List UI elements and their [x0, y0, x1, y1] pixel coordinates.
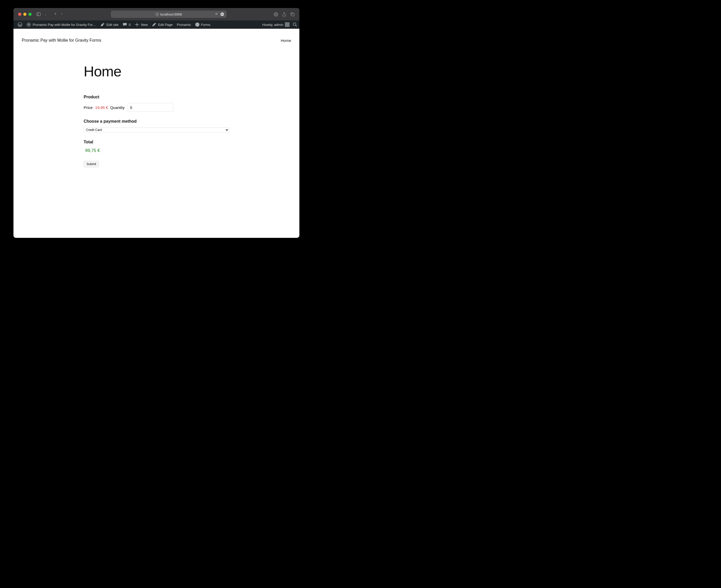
- reader-icon[interactable]: •••: [220, 13, 224, 16]
- wp-logo[interactable]: [16, 20, 24, 29]
- chevron-down-icon[interactable]: ⌄: [43, 12, 48, 17]
- wp-pronamic[interactable]: Pronamic: [175, 20, 193, 29]
- submit-button[interactable]: Submit: [84, 161, 99, 167]
- svg-line-14: [296, 25, 297, 27]
- wp-edit-page[interactable]: Edit Page: [150, 20, 175, 29]
- svg-rect-12: [196, 25, 198, 26]
- wp-edit-page-text: Edit Page: [158, 23, 173, 27]
- wp-forms-text: Forms: [201, 23, 211, 27]
- avatar-icon: [285, 22, 289, 27]
- browser-window: ⌄ localhost:8888 •••: [14, 8, 299, 238]
- wp-edit-site-text: Edit site: [106, 23, 118, 27]
- quantity-label: Quantity: [110, 105, 124, 110]
- payment-method-select[interactable]: Credit Card: [84, 127, 229, 132]
- price-row: Price: 19,95 € Quantity: [84, 103, 229, 112]
- svg-point-2: [275, 14, 276, 15]
- sidebar-toggle-icon[interactable]: [36, 12, 41, 17]
- window-controls: [18, 13, 32, 16]
- wp-site-name-text: Pronamic Pay with Mollie for Gravity For…: [33, 23, 96, 27]
- page-title: Home: [84, 63, 229, 80]
- wp-new-text: New: [141, 23, 147, 27]
- wp-howdy[interactable]: Howdy, admin: [260, 22, 291, 27]
- wp-forms[interactable]: Forms: [193, 20, 213, 29]
- total-label: Total: [84, 140, 229, 144]
- page-content: Pronamic Pay with Mollie for Gravity For…: [14, 29, 299, 238]
- share-icon[interactable]: [282, 12, 286, 17]
- price-value: 19,95 €: [95, 105, 108, 110]
- product-label: Product: [84, 95, 229, 99]
- nav-link-home[interactable]: Home: [281, 38, 291, 43]
- mute-icon[interactable]: [215, 12, 219, 17]
- wp-howdy-text: Howdy, admin: [262, 23, 283, 27]
- svg-rect-10: [196, 23, 199, 24]
- quantity-input[interactable]: [128, 103, 173, 112]
- wp-comments-count: 0: [129, 23, 131, 27]
- settings-icon[interactable]: [274, 12, 278, 17]
- site-title[interactable]: Pronamic Pay with Mollie for Gravity For…: [22, 38, 101, 43]
- tabs-icon[interactable]: [290, 12, 295, 17]
- url-text: localhost:8888: [160, 13, 182, 16]
- wp-pronamic-text: Pronamic: [177, 23, 191, 27]
- wp-site-name[interactable]: Pronamic Pay with Mollie for Gravity For…: [24, 20, 98, 29]
- wp-edit-site[interactable]: Edit site: [98, 20, 120, 29]
- search-icon[interactable]: [293, 22, 297, 27]
- svg-rect-11: [196, 24, 199, 25]
- minimize-window-button[interactable]: [23, 13, 26, 16]
- site-header: Pronamic Pay with Mollie for Gravity For…: [14, 29, 299, 47]
- url-bar[interactable]: localhost:8888 •••: [111, 10, 227, 18]
- wp-new[interactable]: New: [133, 20, 150, 29]
- total-value: 99,75 €: [84, 148, 229, 153]
- wp-admin-bar: Pronamic Pay with Mollie for Gravity For…: [14, 20, 299, 29]
- browser-toolbar: ⌄ localhost:8888 •••: [14, 8, 299, 20]
- maximize-window-button[interactable]: [28, 13, 32, 16]
- svg-rect-4: [292, 13, 294, 16]
- wp-comments[interactable]: 0: [120, 20, 133, 29]
- payment-method-label: Choose a payment method: [84, 119, 229, 124]
- globe-icon: [155, 13, 159, 16]
- close-window-button[interactable]: [18, 13, 21, 16]
- price-label: Price:: [84, 105, 94, 110]
- forward-button[interactable]: [60, 12, 64, 17]
- svg-rect-0: [37, 13, 40, 16]
- back-button[interactable]: [53, 12, 58, 17]
- entry-content: Home Product Price: 19,95 € Quantity Cho…: [84, 63, 229, 167]
- svg-point-13: [293, 23, 296, 26]
